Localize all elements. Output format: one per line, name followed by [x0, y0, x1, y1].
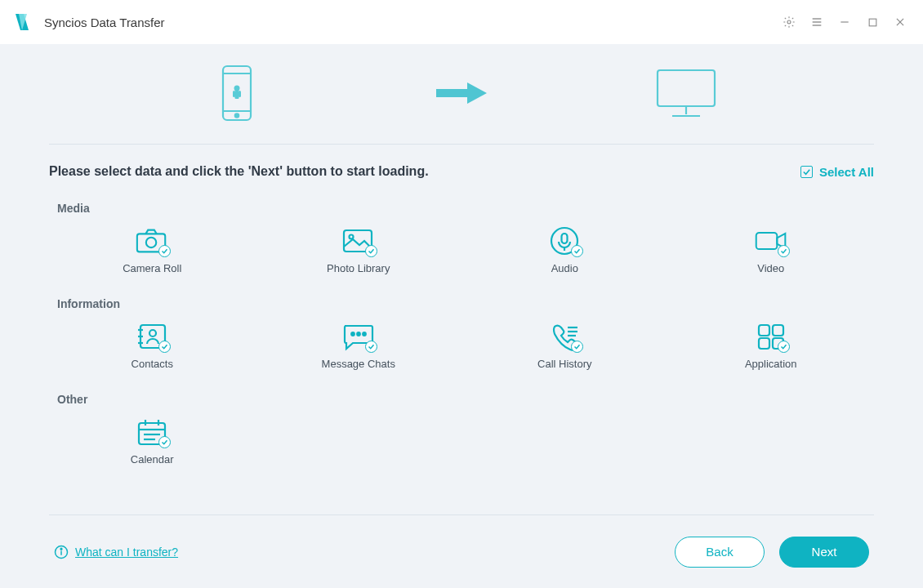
svg-rect-15: [235, 91, 239, 99]
title-bar: Syncios Data Transfer: [0, 0, 923, 44]
check-badge-icon: [158, 341, 171, 353]
section-information-grid: Contacts Message Chats: [57, 318, 866, 372]
help-link[interactable]: What can I transfer?: [54, 545, 178, 559]
menu-icon[interactable]: [810, 16, 823, 29]
item-audio[interactable]: Audio: [470, 223, 660, 276]
svg-point-0: [787, 20, 791, 24]
svg-point-12: [234, 86, 240, 91]
svg-point-31: [149, 330, 156, 336]
maximize-icon[interactable]: [866, 16, 879, 29]
svg-point-33: [357, 332, 360, 336]
svg-rect-26: [756, 233, 777, 249]
instruction-row: Please select data and click the 'Next' …: [49, 164, 874, 179]
check-badge-icon: [158, 245, 171, 257]
svg-point-20: [146, 238, 156, 247]
select-all-toggle[interactable]: Select All: [800, 165, 874, 179]
check-badge-icon: [778, 245, 790, 257]
app-title: Syncios Data Transfer: [44, 16, 165, 29]
section-information: Information Contacts: [57, 297, 866, 381]
svg-rect-40: [759, 338, 769, 349]
item-label: Message Chats: [322, 358, 395, 370]
back-button[interactable]: Back: [675, 537, 765, 568]
item-application[interactable]: Application: [676, 318, 867, 372]
check-badge-icon: [571, 245, 583, 257]
data-sections: Media Camera Roll: [49, 202, 874, 477]
svg-rect-24: [562, 234, 568, 243]
item-contacts[interactable]: Contacts: [57, 318, 247, 372]
section-title: Media: [57, 202, 866, 215]
item-label: Audio: [551, 262, 578, 274]
target-device-icon: [637, 67, 735, 119]
app-window: Syncios Data Transfer: [0, 0, 923, 588]
item-photo-library[interactable]: Photo Library: [264, 223, 454, 276]
svg-rect-38: [759, 325, 769, 336]
item-label: Calendar: [131, 453, 174, 466]
transfer-diagram: [49, 44, 874, 145]
source-device-icon: [188, 64, 286, 122]
photo-library-icon: [341, 226, 376, 256]
title-bar-left: Syncios Data Transfer: [10, 10, 165, 34]
section-media-grid: Camera Roll Photo Library: [57, 223, 866, 276]
message-chats-icon: [341, 322, 376, 351]
video-icon: [754, 226, 788, 256]
item-label: Application: [745, 358, 797, 370]
check-badge-icon: [571, 341, 583, 353]
svg-point-34: [363, 332, 366, 336]
item-calendar[interactable]: Calendar: [57, 414, 247, 467]
item-camera-roll[interactable]: Camera Roll: [57, 223, 247, 276]
item-label: Call History: [537, 358, 591, 370]
close-icon[interactable]: [894, 16, 907, 29]
item-label: Photo Library: [327, 262, 390, 274]
item-label: Contacts: [132, 358, 173, 370]
select-all-label: Select All: [819, 165, 874, 179]
next-button[interactable]: Next: [779, 537, 869, 568]
section-media: Media Camera Roll: [57, 202, 866, 286]
svg-point-50: [60, 548, 62, 550]
select-all-checkbox-icon: [800, 166, 813, 178]
app-logo-icon: [10, 10, 34, 34]
check-badge-icon: [365, 245, 377, 257]
contacts-icon: [135, 322, 169, 351]
svg-rect-39: [773, 325, 783, 336]
item-video[interactable]: Video: [676, 223, 867, 276]
footer: What can I transfer? Back Next: [49, 514, 874, 588]
item-call-history[interactable]: Call History: [470, 318, 660, 372]
audio-icon: [547, 226, 582, 256]
svg-point-22: [349, 235, 353, 239]
section-title: Information: [57, 297, 866, 310]
instruction-text: Please select data and click the 'Next' …: [49, 164, 429, 179]
section-other-grid: Calendar: [57, 414, 866, 467]
check-badge-icon: [365, 341, 377, 353]
svg-point-11: [235, 114, 239, 117]
svg-rect-5: [869, 19, 876, 26]
main-content: Please select data and click the 'Next' …: [0, 44, 923, 588]
camera-roll-icon: [135, 226, 169, 256]
calendar-icon: [135, 417, 169, 447]
item-label: Video: [757, 262, 784, 274]
window-controls: [783, 16, 907, 29]
check-badge-icon: [158, 436, 171, 448]
item-message-chats[interactable]: Message Chats: [264, 318, 454, 372]
arrow-right-icon: [433, 79, 490, 107]
footer-buttons: Back Next: [675, 537, 869, 568]
item-label: Camera Roll: [123, 262, 181, 274]
svg-rect-16: [658, 70, 715, 106]
svg-point-32: [351, 332, 354, 336]
minimize-icon[interactable]: [838, 16, 851, 29]
application-icon: [754, 322, 788, 351]
call-history-icon: [547, 322, 582, 351]
section-title: Other: [57, 393, 866, 406]
check-badge-icon: [778, 341, 790, 353]
info-icon: [54, 545, 69, 559]
help-label: What can I transfer?: [75, 546, 178, 559]
section-other: Other Calendar: [57, 393, 866, 477]
gear-icon[interactable]: [783, 16, 796, 29]
